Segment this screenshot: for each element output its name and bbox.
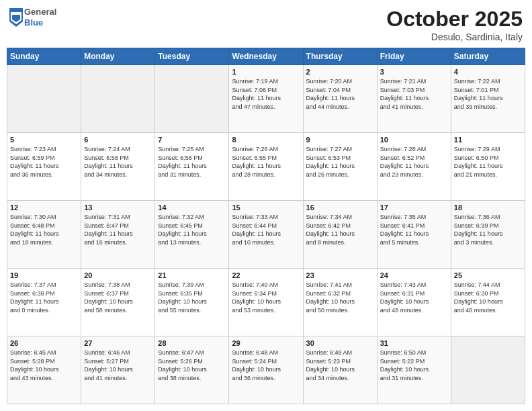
logo-text: General Blue <box>24 7 56 28</box>
day-number: 12 <box>10 203 78 212</box>
day-number: 7 <box>158 136 226 144</box>
col-saturday: Saturday <box>451 48 525 65</box>
day-cell-0-3: 1Sunrise: 7:19 AM Sunset: 7:06 PM Daylig… <box>229 65 303 133</box>
day-info: Sunrise: 7:33 AM Sunset: 6:44 PM Dayligh… <box>232 213 300 246</box>
col-monday: Monday <box>81 48 155 65</box>
week-row-3: 19Sunrise: 7:37 AM Sunset: 6:38 PM Dayli… <box>7 269 525 336</box>
day-info: Sunrise: 7:39 AM Sunset: 6:35 PM Dayligh… <box>158 281 226 314</box>
day-info: Sunrise: 7:30 AM Sunset: 6:48 PM Dayligh… <box>10 213 78 246</box>
day-info: Sunrise: 7:23 AM Sunset: 6:59 PM Dayligh… <box>10 145 78 179</box>
day-cell-0-0 <box>7 65 81 133</box>
day-number: 5 <box>10 136 78 144</box>
day-number: 9 <box>306 136 374 144</box>
day-info: Sunrise: 6:47 AM Sunset: 5:26 PM Dayligh… <box>158 349 226 382</box>
day-number: 3 <box>380 68 448 76</box>
day-number: 8 <box>232 136 300 144</box>
day-cell-0-4: 2Sunrise: 7:20 AM Sunset: 7:04 PM Daylig… <box>303 65 377 133</box>
day-cell-1-5: 10Sunrise: 7:28 AM Sunset: 6:52 PM Dayli… <box>377 133 451 201</box>
calendar-body: 1Sunrise: 7:19 AM Sunset: 7:06 PM Daylig… <box>7 65 525 404</box>
day-info: Sunrise: 6:48 AM Sunset: 5:24 PM Dayligh… <box>232 349 300 382</box>
day-number: 29 <box>232 339 300 347</box>
day-cell-1-0: 5Sunrise: 7:23 AM Sunset: 6:59 PM Daylig… <box>7 133 81 201</box>
day-cell-4-6 <box>451 336 525 404</box>
day-cell-0-2 <box>155 65 229 133</box>
day-number: 24 <box>380 271 448 279</box>
week-row-4: 26Sunrise: 6:45 AM Sunset: 5:28 PM Dayli… <box>7 336 525 404</box>
day-cell-4-3: 29Sunrise: 6:48 AM Sunset: 5:24 PM Dayli… <box>229 336 303 404</box>
day-cell-0-6: 4Sunrise: 7:22 AM Sunset: 7:01 PM Daylig… <box>451 65 525 133</box>
day-number: 21 <box>158 271 226 279</box>
day-cell-4-2: 28Sunrise: 6:47 AM Sunset: 5:26 PM Dayli… <box>155 336 229 404</box>
calendar-header: Sunday Monday Tuesday Wednesday Thursday… <box>7 48 525 65</box>
day-cell-2-0: 12Sunrise: 7:30 AM Sunset: 6:48 PM Dayli… <box>7 201 81 269</box>
day-info: Sunrise: 7:34 AM Sunset: 6:42 PM Dayligh… <box>306 213 374 246</box>
day-number: 17 <box>380 203 448 212</box>
day-cell-4-4: 30Sunrise: 6:49 AM Sunset: 5:23 PM Dayli… <box>303 336 377 404</box>
day-info: Sunrise: 7:35 AM Sunset: 6:41 PM Dayligh… <box>380 213 448 246</box>
day-number: 16 <box>306 203 374 212</box>
day-info: Sunrise: 7:27 AM Sunset: 6:53 PM Dayligh… <box>306 145 374 179</box>
calendar-table: Sunday Monday Tuesday Wednesday Thursday… <box>7 48 525 404</box>
day-info: Sunrise: 7:37 AM Sunset: 6:38 PM Dayligh… <box>10 281 78 314</box>
day-info: Sunrise: 6:50 AM Sunset: 5:22 PM Dayligh… <box>380 349 448 382</box>
logo: General Blue <box>9 7 56 28</box>
day-cell-3-2: 21Sunrise: 7:39 AM Sunset: 6:35 PM Dayli… <box>155 269 229 336</box>
day-cell-2-5: 17Sunrise: 7:35 AM Sunset: 6:41 PM Dayli… <box>377 201 451 269</box>
day-cell-2-3: 15Sunrise: 7:33 AM Sunset: 6:44 PM Dayli… <box>229 201 303 269</box>
day-cell-4-5: 31Sunrise: 6:50 AM Sunset: 5:22 PM Dayli… <box>377 336 451 404</box>
day-cell-4-0: 26Sunrise: 6:45 AM Sunset: 5:28 PM Dayli… <box>7 336 81 404</box>
day-info: Sunrise: 7:31 AM Sunset: 6:47 PM Dayligh… <box>84 213 152 246</box>
day-cell-2-2: 14Sunrise: 7:32 AM Sunset: 6:45 PM Dayli… <box>155 201 229 269</box>
day-info: Sunrise: 6:46 AM Sunset: 5:27 PM Dayligh… <box>84 349 152 382</box>
day-number: 30 <box>306 339 374 347</box>
day-number: 27 <box>84 339 152 347</box>
day-info: Sunrise: 7:21 AM Sunset: 7:03 PM Dayligh… <box>380 77 448 111</box>
day-cell-3-0: 19Sunrise: 7:37 AM Sunset: 6:38 PM Dayli… <box>7 269 81 336</box>
week-row-1: 5Sunrise: 7:23 AM Sunset: 6:59 PM Daylig… <box>7 133 525 201</box>
day-info: Sunrise: 7:41 AM Sunset: 6:32 PM Dayligh… <box>306 281 374 314</box>
day-number: 18 <box>454 203 522 212</box>
day-info: Sunrise: 7:40 AM Sunset: 6:34 PM Dayligh… <box>232 281 300 314</box>
title-section: October 2025 Desulo, Sardinia, Italy <box>386 7 523 42</box>
day-cell-3-1: 20Sunrise: 7:38 AM Sunset: 6:37 PM Dayli… <box>81 269 155 336</box>
day-cell-3-5: 24Sunrise: 7:43 AM Sunset: 6:31 PM Dayli… <box>377 269 451 336</box>
day-info: Sunrise: 7:43 AM Sunset: 6:31 PM Dayligh… <box>380 281 448 314</box>
day-number: 14 <box>158 203 226 212</box>
day-info: Sunrise: 7:36 AM Sunset: 6:39 PM Dayligh… <box>454 213 522 246</box>
day-info: Sunrise: 7:22 AM Sunset: 7:01 PM Dayligh… <box>454 77 522 111</box>
page: General Blue October 2025 Desulo, Sardin… <box>0 0 532 411</box>
day-number: 26 <box>10 339 78 347</box>
day-cell-3-4: 23Sunrise: 7:41 AM Sunset: 6:32 PM Dayli… <box>303 269 377 336</box>
day-cell-1-2: 7Sunrise: 7:25 AM Sunset: 6:56 PM Daylig… <box>155 133 229 201</box>
day-number: 6 <box>84 136 152 144</box>
day-number: 10 <box>380 136 448 144</box>
month-title: October 2025 <box>386 7 523 32</box>
day-number: 15 <box>232 203 300 212</box>
day-number: 22 <box>232 271 300 279</box>
day-number: 4 <box>454 68 522 76</box>
subtitle: Desulo, Sardinia, Italy <box>386 32 523 42</box>
day-cell-2-4: 16Sunrise: 7:34 AM Sunset: 6:42 PM Dayli… <box>303 201 377 269</box>
day-number: 25 <box>454 271 522 279</box>
day-info: Sunrise: 6:45 AM Sunset: 5:28 PM Dayligh… <box>10 349 78 382</box>
day-info: Sunrise: 7:25 AM Sunset: 6:56 PM Dayligh… <box>158 145 226 179</box>
header: General Blue October 2025 Desulo, Sardin… <box>7 7 525 42</box>
day-number: 13 <box>84 203 152 212</box>
day-number: 2 <box>306 68 374 76</box>
day-cell-0-5: 3Sunrise: 7:21 AM Sunset: 7:03 PM Daylig… <box>377 65 451 133</box>
day-cell-1-1: 6Sunrise: 7:24 AM Sunset: 6:58 PM Daylig… <box>81 133 155 201</box>
day-info: Sunrise: 7:32 AM Sunset: 6:45 PM Dayligh… <box>158 213 226 246</box>
col-friday: Friday <box>377 48 451 65</box>
day-info: Sunrise: 7:28 AM Sunset: 6:52 PM Dayligh… <box>380 145 448 179</box>
day-info: Sunrise: 7:20 AM Sunset: 7:04 PM Dayligh… <box>306 77 374 111</box>
logo-blue-text: Blue <box>24 17 56 28</box>
day-number: 19 <box>10 271 78 279</box>
day-cell-2-6: 18Sunrise: 7:36 AM Sunset: 6:39 PM Dayli… <box>451 201 525 269</box>
day-cell-3-3: 22Sunrise: 7:40 AM Sunset: 6:34 PM Dayli… <box>229 269 303 336</box>
day-info: Sunrise: 7:24 AM Sunset: 6:58 PM Dayligh… <box>84 145 152 179</box>
col-sunday: Sunday <box>7 48 81 65</box>
day-cell-1-4: 9Sunrise: 7:27 AM Sunset: 6:53 PM Daylig… <box>303 133 377 201</box>
day-info: Sunrise: 7:26 AM Sunset: 6:55 PM Dayligh… <box>232 145 300 179</box>
day-number: 28 <box>158 339 226 347</box>
day-info: Sunrise: 7:38 AM Sunset: 6:37 PM Dayligh… <box>84 281 152 314</box>
